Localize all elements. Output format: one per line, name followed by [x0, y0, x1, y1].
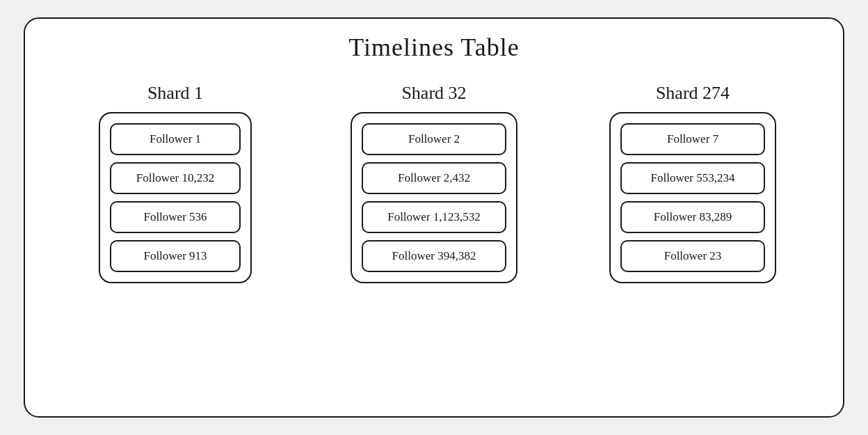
shard-32-section: Shard 32 Follower 2 Follower 2,432 Follo…	[330, 83, 538, 283]
shard-274-box: Follower 7 Follower 553,234 Follower 83,…	[609, 112, 776, 283]
page-title: Timelines Table	[348, 33, 519, 62]
follower-item: Follower 913	[110, 240, 241, 272]
follower-item: Follower 394,382	[362, 240, 506, 272]
shard-1-box: Follower 1 Follower 10,232 Follower 536 …	[99, 112, 252, 283]
shard-1-title: Shard 1	[147, 83, 203, 104]
follower-item: Follower 553,234	[620, 162, 765, 194]
follower-item: Follower 7	[620, 123, 765, 155]
shard-32-title: Shard 32	[401, 83, 466, 104]
shard-1-section: Shard 1 Follower 1 Follower 10,232 Follo…	[71, 83, 280, 283]
follower-item: Follower 1	[110, 123, 241, 155]
follower-item: Follower 1,123,532	[362, 201, 506, 233]
follower-item: Follower 2	[362, 123, 506, 155]
follower-item: Follower 23	[620, 240, 765, 272]
shards-row: Shard 1 Follower 1 Follower 10,232 Follo…	[46, 83, 822, 402]
shard-32-box: Follower 2 Follower 2,432 Follower 1,123…	[351, 112, 517, 283]
follower-item: Follower 83,289	[620, 201, 765, 233]
follower-item: Follower 2,432	[362, 162, 506, 194]
main-container: Timelines Table Shard 1 Follower 1 Follo…	[24, 17, 844, 418]
shard-274-section: Shard 274 Follower 7 Follower 553,234 Fo…	[588, 83, 797, 283]
follower-item: Follower 536	[110, 201, 241, 233]
follower-item: Follower 10,232	[110, 162, 241, 194]
shard-274-title: Shard 274	[656, 83, 730, 104]
